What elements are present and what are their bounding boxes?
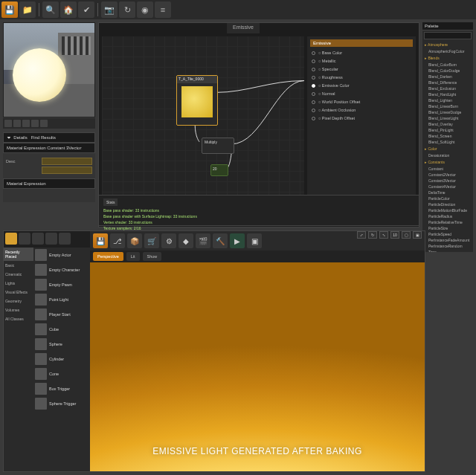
play-button[interactable]: ▶ [230, 233, 245, 248]
palette-item[interactable]: Blend_HardLight [422, 91, 473, 97]
palette-item[interactable]: PerInstanceFadeAmount [422, 237, 473, 243]
palette-item[interactable]: Blend_Exclusion [422, 85, 473, 91]
palette-item[interactable]: DeltaTime [422, 190, 473, 196]
level-viewport[interactable]: EMISSIVE LIGHT GENERATED AFTER BAKING [90, 262, 425, 471]
camera-speed[interactable]: ▣ [413, 231, 422, 239]
palette-item[interactable]: Blend_SoftLight [422, 139, 473, 145]
launch-button[interactable]: ▣ [247, 233, 262, 248]
palette-item[interactable]: ParticleColor [422, 196, 473, 201]
palette-item[interactable]: ParticleSize [422, 225, 473, 231]
place-category[interactable]: Basic [4, 261, 33, 270]
material-preview-viewport[interactable] [3, 22, 95, 117]
palette-category[interactable]: ▸ Blends [422, 54, 473, 62]
palette-item[interactable]: Blend_LinearBurn [422, 103, 473, 109]
preview-shape-sphere[interactable] [22, 120, 30, 127]
detail-input-2[interactable] [42, 167, 92, 174]
marketplace-button[interactable]: 🛒 [144, 233, 159, 248]
stats-tab[interactable]: Stats [103, 198, 118, 206]
stats-button[interactable]: ≡ [155, 1, 171, 18]
place-category[interactable]: Volumes [4, 306, 33, 314]
place-category[interactable]: Lights [4, 279, 33, 288]
cinematics-button[interactable]: 🎬 [196, 233, 210, 248]
transform-gizmo-move[interactable]: ⤢ [357, 231, 366, 239]
place-item[interactable]: Cylinder [33, 352, 90, 366]
source-control-button[interactable]: ⎇ [110, 233, 125, 248]
palette-item[interactable]: PerInstanceRandom [422, 243, 473, 249]
output-pin-ambient-occlusion[interactable]: ○ Ambient Occlusion [310, 108, 413, 112]
landscape-mode-tab[interactable] [32, 233, 44, 245]
level-save-button[interactable]: 💾 [93, 233, 108, 248]
search-button[interactable]: 🔍 [42, 1, 59, 18]
output-pin-emissive-color[interactable]: ○ Emissive Color [310, 83, 413, 88]
palette-item[interactable]: Constant2Vector [422, 172, 473, 178]
detail-input-1[interactable] [42, 158, 92, 165]
content-button[interactable]: 📦 [127, 233, 142, 248]
foliage-mode-tab[interactable] [45, 233, 57, 245]
transform-gizmo-scale[interactable]: ⤡ [379, 231, 388, 239]
preview-shape-plane[interactable] [4, 120, 12, 127]
details-section-1[interactable]: Material Expression Constant 3Vector [3, 143, 95, 153]
live-update-button[interactable]: ↻ [119, 1, 135, 18]
output-pin-metallic[interactable]: ○ Metallic [310, 59, 413, 63]
home-button[interactable]: 🏠 [60, 1, 77, 18]
viewmode-dropdown[interactable]: Lit [126, 252, 140, 261]
texture-sample-node[interactable]: T_A_Tile_0000 [176, 75, 218, 126]
details-header[interactable]: ⏷ Details Find Results [3, 132, 95, 143]
place-item[interactable]: Empty Pawn [33, 277, 90, 292]
palette-item[interactable]: Time [422, 249, 473, 252]
browse-button[interactable]: 📁 [19, 1, 36, 18]
constant-node[interactable]: 20 [210, 164, 228, 176]
place-category[interactable]: Visual Effects [4, 288, 33, 297]
palette-item[interactable]: Blend_ColorDodge [422, 68, 473, 74]
palette-item[interactable]: ParticleMotionBlurFade [422, 207, 473, 213]
palette-category[interactable]: ▸ Atmosphere [422, 41, 473, 48]
palette-item[interactable]: Blend_LinearDodge [422, 109, 473, 115]
mesh-button[interactable]: ◉ [137, 1, 153, 18]
palette-item[interactable]: Blend_Overlay [422, 121, 473, 127]
details-section-2[interactable]: Material Expression [3, 178, 95, 189]
place-item[interactable]: Empty Actor [33, 248, 90, 262]
material-tab[interactable]: Emissive [227, 23, 260, 33]
palette-item[interactable]: ParticleRadius [422, 213, 473, 219]
palette-item[interactable]: Blend_LinearLight [422, 115, 473, 121]
output-pin-world-position-offset[interactable]: ○ World Position Offset [310, 100, 413, 104]
place-item[interactable]: Box Trigger [33, 381, 90, 396]
palette-item[interactable]: Blend_Lighten [422, 97, 473, 103]
place-category[interactable]: All Classes [4, 314, 33, 323]
palette-item[interactable]: Blend_ColorBurn [422, 62, 473, 68]
camera-button[interactable]: 📷 [101, 1, 118, 18]
palette-item[interactable]: Blend_PinLight [422, 127, 473, 133]
preview-shape-mesh[interactable] [40, 120, 48, 127]
save-button[interactable]: 💾 [1, 1, 18, 18]
place-category[interactable]: Geometry [4, 297, 33, 306]
palette-item[interactable]: AtmosphericFogColor [422, 48, 473, 54]
output-pin-normal[interactable]: ○ Normal [310, 91, 413, 96]
output-pin-pixel-depth-offset[interactable]: ○ Pixel Depth Offset [310, 116, 413, 120]
palette-item[interactable]: Desaturation [422, 152, 473, 158]
preview-shape-cylinder[interactable] [13, 120, 21, 127]
snap-grid[interactable]: 10 [390, 231, 399, 239]
palette-item[interactable]: Constant3Vector [422, 178, 473, 184]
output-pin-specular[interactable]: ○ Specular [310, 67, 413, 71]
palette-item[interactable]: ParticleSpeed [422, 231, 473, 237]
palette-item[interactable]: Constant4Vector [422, 184, 473, 190]
place-item[interactable]: Cube [33, 322, 90, 337]
multiply-node[interactable]: Multiply [202, 138, 234, 154]
output-pin-base-color[interactable]: ○ Base Color [310, 51, 413, 55]
place-item[interactable]: Empty Character [33, 262, 90, 277]
output-pin-roughness[interactable]: ○ Roughness [310, 75, 413, 80]
build-button[interactable]: 🔨 [213, 233, 228, 248]
palette-item[interactable]: Blend_Difference [422, 80, 473, 85]
perspective-dropdown[interactable]: Perspective [93, 252, 123, 261]
palette-item[interactable]: ParticleRelativeTime [422, 219, 473, 225]
place-item[interactable]: Sphere Trigger [33, 396, 90, 411]
place-item[interactable]: Point Light [33, 292, 90, 307]
palette-item[interactable]: ParticleDirection [422, 201, 473, 207]
palette-category[interactable]: ▸ Constants [422, 158, 473, 166]
palette-item[interactable]: Blend_Screen [422, 133, 473, 139]
palette-search-input[interactable] [424, 32, 472, 39]
show-dropdown[interactable]: Show [143, 252, 162, 261]
place-item[interactable]: Sphere [33, 337, 90, 352]
palette-category[interactable]: ▸ Color [422, 145, 473, 152]
palette-item[interactable]: Constant [422, 166, 473, 172]
